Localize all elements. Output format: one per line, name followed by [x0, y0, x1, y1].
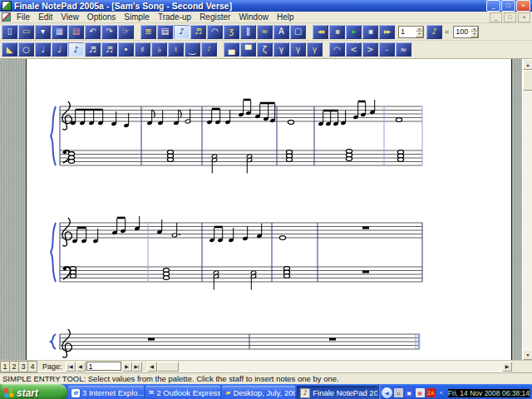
sharp-button[interactable]: ♯	[135, 42, 150, 57]
playback-play-button[interactable]: ▶	[346, 25, 362, 39]
scroll-down-button[interactable]: ▼	[523, 349, 532, 360]
task-desktop-folder[interactable]: ▰Desktop, July, 2008	[222, 386, 295, 399]
menu-options[interactable]: Options	[83, 12, 120, 22]
augmentation-dot-button[interactable]: •	[118, 42, 134, 57]
menu-tradeup[interactable]: Trade-up	[154, 12, 195, 22]
next-page-button[interactable]: ▶	[122, 362, 132, 372]
tie-button[interactable]: ‿	[185, 42, 200, 57]
lyrics-tool-button[interactable]: ≣	[140, 25, 156, 39]
vertical-scroll-thumb[interactable]	[523, 70, 532, 91]
clef-tool-button[interactable]: ʒ	[224, 25, 239, 39]
menu-register[interactable]: Register	[195, 12, 234, 22]
undo-button[interactable]: ↶	[85, 25, 101, 39]
glissando-button[interactable]: ≈	[396, 42, 411, 57]
minimize-button[interactable]: _	[486, 0, 500, 12]
maximize-button[interactable]: □	[501, 0, 515, 12]
score-page[interactable]	[26, 59, 512, 360]
tray-icon-1[interactable]: ▫	[394, 388, 403, 397]
score-view[interactable]: ▲ ▼	[0, 59, 532, 360]
repitch-tool-button[interactable]: ♬	[190, 25, 206, 39]
task-outlook-express[interactable]: ✉2 Outlook Express▾	[145, 386, 221, 399]
whole-rest-button[interactable]: ▄	[224, 42, 239, 57]
staff-tool-button[interactable]: ▤	[157, 25, 173, 39]
playback-rewind-button[interactable]: ◀◀	[313, 25, 328, 39]
slur-button[interactable]: ◠	[329, 42, 345, 57]
playback-forward-button[interactable]: ▶▶	[379, 25, 395, 39]
tray-icon-pointer[interactable]: ↖	[437, 388, 446, 397]
page-tab-1[interactable]: 1	[0, 361, 9, 372]
crescendo-button[interactable]: <	[346, 42, 362, 57]
whole-note-button[interactable]: ○	[18, 42, 34, 57]
mdi-restore-button[interactable]: □	[504, 12, 516, 22]
smart-shape-tool-button[interactable]: ◠	[207, 25, 223, 39]
tempo-counter[interactable]: 100 ▲ ▼	[453, 26, 479, 38]
page-label: Page:	[37, 362, 66, 371]
tray-icon-zonealarm[interactable]: ZA	[426, 388, 436, 397]
eighth-rest-button[interactable]: γ	[273, 42, 289, 57]
playback-pause-button[interactable]: ▮▮	[362, 25, 378, 39]
page-number-input[interactable]	[86, 362, 121, 371]
redo-button[interactable]: ↷	[101, 25, 117, 39]
measure-tool-button[interactable]: ǁ	[240, 25, 256, 39]
quarter-note-button[interactable]: ♩	[52, 42, 67, 57]
selection-tool-button[interactable]: ▢	[290, 25, 306, 39]
eighth-note-button[interactable]: ♪	[68, 42, 84, 57]
menu-view[interactable]: View	[57, 12, 83, 22]
sixteenth-note-button[interactable]: ♬	[85, 42, 101, 57]
menu-file[interactable]: File	[12, 12, 34, 22]
new-button[interactable]: ▯	[2, 25, 17, 39]
quarter-rest-button[interactable]: ζ	[257, 42, 273, 57]
hand-grabber-button[interactable]: ☞	[118, 25, 134, 39]
spin-down-icon[interactable]: ▼	[416, 32, 423, 37]
text-tool-button[interactable]: A	[273, 25, 289, 39]
natural-button[interactable]: ♮	[168, 42, 184, 57]
measure-counter-arrows: ▲ ▼	[416, 27, 423, 37]
playback-stop-button[interactable]: ■	[329, 25, 345, 39]
flat-button[interactable]: ♭	[151, 42, 167, 57]
page-tab-3[interactable]: 3	[18, 361, 27, 372]
tray-collapse-icon[interactable]: ◀	[382, 387, 392, 398]
print-button[interactable]: ▤	[68, 25, 84, 39]
sixteenth-rest-button[interactable]: γ	[290, 42, 306, 57]
close-button[interactable]: ×	[516, 0, 530, 12]
dash-button[interactable]: –	[379, 42, 395, 57]
start-button[interactable]: start	[0, 384, 67, 399]
simple-entry-tool-button[interactable]: ♪	[174, 25, 190, 39]
thirtysecond-note-button[interactable]: ♬	[101, 42, 117, 57]
page-tab-2[interactable]: 2	[9, 361, 18, 372]
menu-edit[interactable]: Edit	[34, 12, 57, 22]
menu-simple[interactable]: Simple	[120, 12, 154, 22]
task-finale-notepad[interactable]: ♪Finale NotePad 20...	[297, 386, 377, 399]
spin-down-icon[interactable]: ▼	[470, 32, 478, 37]
tray-icon-3[interactable]: ▦	[416, 388, 425, 397]
first-page-button[interactable]: |◀	[66, 362, 76, 372]
scroll-up-button[interactable]: ▲	[523, 59, 532, 70]
tray-icon-2[interactable]: ▣	[405, 388, 414, 397]
horizontal-scroll-track[interactable]	[179, 362, 502, 372]
prev-page-button[interactable]: ◀	[76, 362, 86, 372]
menu-window[interactable]: Window	[234, 12, 273, 22]
open-button[interactable]: ▭	[18, 25, 34, 39]
half-rest-button[interactable]: ▀	[240, 42, 256, 57]
hscroll-left-button[interactable]: ◀	[147, 362, 157, 372]
horizontal-scroll-thumb[interactable]	[157, 362, 179, 372]
hscroll-right-button[interactable]: ▶	[502, 362, 512, 372]
measure-counter[interactable]: 1 ▲ ▼	[398, 26, 424, 38]
eraser-button[interactable]: ◣	[2, 42, 17, 57]
tempo-note-icon: ♪	[431, 27, 436, 36]
mdi-close-button[interactable]: ×	[518, 12, 530, 22]
articulation-tool-button[interactable]: ≈	[257, 25, 273, 39]
page-tab-4[interactable]: 4	[27, 361, 37, 372]
menu-help[interactable]: Help	[273, 12, 298, 22]
half-note-button[interactable]: ♩	[35, 42, 51, 57]
thirtysecond-rest-button[interactable]: γ	[307, 42, 323, 57]
decrescendo-button[interactable]: >	[362, 42, 378, 57]
tempo-note-button[interactable]: ♪	[426, 25, 442, 39]
last-page-button[interactable]: ▶|	[132, 362, 142, 372]
save-button[interactable]: ▦	[52, 25, 67, 39]
grace-note-button[interactable]: ♪	[201, 42, 217, 57]
open-menu-button[interactable]: ▾	[35, 25, 51, 39]
vertical-scrollbar[interactable]: ▲ ▼	[522, 59, 532, 360]
task-internet-explorer[interactable]: e3 Internet Explo...▾	[68, 386, 144, 399]
mdi-minimize-button[interactable]: _	[490, 12, 502, 22]
